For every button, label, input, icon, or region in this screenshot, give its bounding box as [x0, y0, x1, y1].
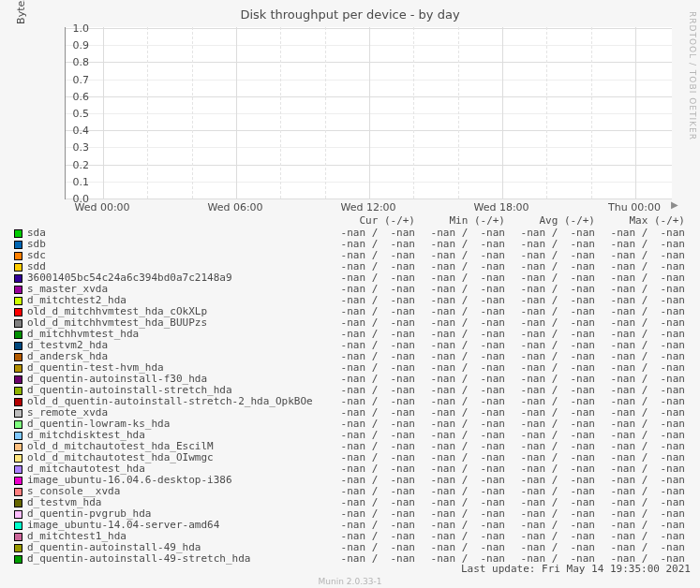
- y-tick-label: 1.0: [61, 22, 89, 35]
- series-name: d_testvm_hda: [27, 497, 325, 508]
- series-name: 36001405bc54c24a6c394bd0a7c2148a9: [27, 272, 325, 284]
- col-header-cur: Cur (-/+): [325, 215, 415, 227]
- y-tick-label: 0.3: [61, 141, 89, 154]
- y-tick-label: 0.9: [61, 39, 89, 51]
- series-name: d_quentin-lowram-ks_hda: [27, 419, 325, 430]
- series-name: d_mitchtest2_hda: [27, 295, 325, 306]
- series-name: image_ubuntu-16.04.6-desktop-i386: [27, 475, 325, 486]
- y-tick-label: 0.1: [61, 176, 89, 188]
- series-name: d_quentin-autoinstall-49_hda: [27, 542, 325, 553]
- series-swatch: [14, 308, 22, 316]
- y-axis-label: Bytes/second read (-) / write (+): [15, 0, 27, 27]
- rrdtool-watermark: RRDTOOL / TOBI OETIKER: [688, 11, 697, 140]
- series-name: image_ubuntu-14.04-server-amd64: [27, 520, 325, 531]
- series-swatch: [14, 477, 22, 485]
- series-swatch: [14, 488, 22, 496]
- series-name: old_d_mitchautotest_hda_OIwmgc: [27, 452, 325, 463]
- series-swatch: [14, 398, 22, 406]
- plot-area: [65, 27, 672, 199]
- series-swatch: [14, 286, 22, 294]
- series-name: s_master_xvda: [27, 284, 325, 295]
- axis-arrow-icon: ▶: [671, 199, 678, 210]
- series-swatch: [14, 274, 22, 283]
- series-name: s_console__xvda: [27, 486, 325, 497]
- series-swatch: [14, 432, 22, 440]
- series-name: old_d_mitchhvmtest_hda_BUUPzs: [27, 317, 325, 329]
- col-header-avg: Avg (-/+): [505, 215, 595, 227]
- series-swatch: [14, 241, 22, 249]
- x-tick-label: Wed 06:00: [207, 201, 262, 213]
- series-swatch: [14, 454, 22, 463]
- col-header-min: Min (-/+): [415, 215, 505, 227]
- x-tick-label: Wed 12:00: [340, 201, 395, 213]
- series-swatch: [14, 533, 22, 541]
- series-name: sdd: [27, 261, 325, 272]
- series-name: sdb: [27, 239, 325, 250]
- series-name: d_quentin-autoinstall-49-stretch_hda: [27, 553, 325, 565]
- series-swatch: [14, 353, 22, 361]
- legend-table: Cur (-/+) Min (-/+) Avg (-/+) Max (-/+) …: [14, 215, 685, 565]
- y-tick-label: 0.4: [61, 125, 89, 137]
- series-name: old_d_mitchautotest_hda_EscilM: [27, 441, 325, 452]
- series-swatch: [14, 409, 22, 418]
- series-name: d_andersk_hda: [27, 351, 325, 362]
- series-swatch: [14, 499, 22, 507]
- series-name: d_quentin-test-hvm_hda: [27, 362, 325, 374]
- series-swatch: [14, 522, 22, 530]
- series-name: sda: [27, 228, 325, 239]
- tool-footer: Munin 2.0.33-1: [0, 577, 700, 586]
- series-swatch: [14, 544, 22, 552]
- series-swatch: [14, 387, 22, 395]
- series-swatch: [14, 331, 22, 339]
- series-swatch: [14, 229, 22, 238]
- series-name: d_mitchautotest_hda: [27, 463, 325, 475]
- series-name: d_testvm2_hda: [27, 340, 325, 351]
- series-name: d_quentin-autoinstall-f30_hda: [27, 374, 325, 385]
- y-tick-label: 0.2: [61, 159, 89, 171]
- series-name: sdc: [27, 250, 325, 261]
- series-swatch: [14, 263, 22, 272]
- chart-container: Disk throughput per device - by day RRDT…: [0, 0, 700, 588]
- series-name: d_quentin-pvgrub_hda: [27, 508, 325, 520]
- last-update-label: Last update: Fri May 14 19:35:00 2021: [461, 563, 691, 575]
- series-name: d_quentin-autoinstall-stretch_hda: [27, 385, 325, 396]
- series-swatch: [14, 443, 22, 451]
- series-name: d_mitchtest1_hda: [27, 531, 325, 542]
- chart-title: Disk throughput per device - by day: [0, 7, 700, 22]
- legend-rows: sda-nan / -nan-nan / -nan-nan / -nan-nan…: [14, 228, 685, 565]
- series-swatch: [14, 465, 22, 474]
- series-swatch: [14, 510, 22, 519]
- series-name: s_remote_xvda: [27, 407, 325, 419]
- stat-cell: -nan / -nan: [325, 553, 415, 565]
- y-tick-label: 0.5: [61, 108, 89, 120]
- series-swatch: [14, 319, 22, 328]
- series-swatch: [14, 342, 22, 350]
- series-swatch: [14, 420, 22, 429]
- col-header-max: Max (-/+): [595, 215, 685, 227]
- series-swatch: [14, 252, 22, 260]
- y-tick-label: 0.7: [61, 74, 89, 86]
- series-swatch: [14, 364, 22, 373]
- series-name: d_mitchhvmtest_hda: [27, 329, 325, 340]
- x-tick-label: Thu 00:00: [608, 201, 661, 213]
- y-tick-label: 0.6: [61, 91, 89, 103]
- series-name: old_d_mitchhvmtest_hda_cOkXLp: [27, 306, 325, 317]
- series-swatch: [14, 375, 22, 384]
- series-swatch: [14, 297, 22, 305]
- y-tick-label: 0.8: [61, 56, 89, 68]
- legend-header: Cur (-/+) Min (-/+) Avg (-/+) Max (-/+): [14, 215, 685, 227]
- series-name: d_mitchdisktest_hda: [27, 430, 325, 441]
- series-name: old_d_quentin-autoinstall-stretch-2_hda_…: [27, 396, 325, 407]
- series-swatch: [14, 555, 22, 564]
- x-tick-label: Wed 00:00: [74, 201, 129, 213]
- x-tick-label: Wed 18:00: [473, 201, 529, 213]
